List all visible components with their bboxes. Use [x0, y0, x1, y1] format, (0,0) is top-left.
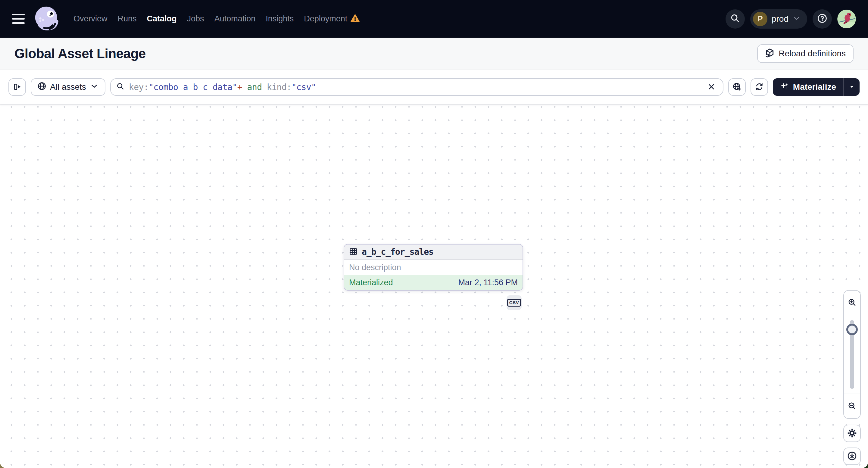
asset-node-header: a_b_c_for_sales: [344, 245, 523, 259]
csv-icon: CSV: [507, 299, 521, 307]
app-window: Overview Runs Catalog Jobs Automation In…: [0, 0, 868, 468]
nav-item-insights[interactable]: Insights: [266, 14, 293, 24]
asset-name: a_b_c_for_sales: [362, 247, 433, 257]
sparkle-icon: [780, 82, 789, 93]
asset-selection-query[interactable]: key:"combo_a_b_c_data"+ and kind:"csv": [129, 82, 701, 92]
asset-status-badge: Materialized: [349, 278, 393, 287]
nav-right-cluster: P prod: [725, 9, 856, 29]
globe-plus-icon: [733, 82, 742, 92]
top-nav: Overview Runs Catalog Jobs Automation In…: [0, 0, 868, 38]
help-button[interactable]: [813, 9, 832, 29]
search-icon: [116, 82, 125, 92]
nav-item-deployment[interactable]: Deployment: [304, 14, 347, 24]
asset-scope-dropdown[interactable]: All assets: [31, 78, 105, 96]
download-graph-button[interactable]: [843, 447, 861, 465]
view-full-graph-button[interactable]: [728, 78, 746, 96]
refresh-button[interactable]: [750, 78, 768, 96]
nav-item-runs[interactable]: Runs: [118, 14, 137, 24]
nav-item-overview[interactable]: Overview: [73, 14, 107, 24]
materialize-button[interactable]: Materialize: [773, 78, 843, 96]
nav-item-jobs[interactable]: Jobs: [187, 14, 204, 24]
lineage-toolbar: All assets key:"combo_a_b_c_data"+ and k…: [0, 70, 868, 104]
asset-node-body: No description: [344, 259, 523, 275]
nav-item-automation[interactable]: Automation: [214, 14, 256, 24]
global-search-button[interactable]: [725, 9, 745, 29]
page-title: Global Asset Lineage: [14, 46, 146, 61]
lineage-canvas[interactable]: a_b_c_for_sales No description Materiali…: [0, 104, 868, 468]
reload-definitions-label: Reload definitions: [779, 49, 846, 58]
primary-nav: Overview Runs Catalog Jobs Automation In…: [73, 13, 360, 24]
graph-settings-button[interactable]: [843, 425, 861, 442]
environment-avatar: P: [753, 12, 767, 26]
gear-icon: [847, 428, 857, 439]
reload-definitions-button[interactable]: Reload definitions: [757, 44, 854, 63]
zoom-out-icon: [847, 401, 857, 411]
zoom-controls: [843, 290, 861, 419]
chevron-down-icon: [793, 14, 801, 23]
asset-kind-tag-csv[interactable]: CSV: [506, 295, 522, 310]
asset-description: No description: [349, 263, 401, 272]
zoom-slider-thumb[interactable]: [846, 324, 858, 335]
zoom-out-button[interactable]: [844, 394, 860, 418]
menu-icon[interactable]: [12, 10, 29, 27]
zoom-in-icon: [847, 298, 857, 308]
zoom-in-button[interactable]: [844, 291, 860, 315]
asset-materialized-timestamp[interactable]: Mar 2, 11:56 PM: [458, 278, 518, 287]
nav-item-catalog[interactable]: Catalog: [147, 14, 177, 24]
globe-icon: [37, 82, 46, 93]
panel-expand-icon: [13, 82, 22, 92]
question-mark-icon: [817, 13, 827, 24]
close-icon: [707, 82, 716, 92]
search-icon: [730, 13, 740, 24]
user-avatar[interactable]: [837, 10, 856, 28]
table-icon: [349, 247, 358, 257]
download-icon: [847, 451, 857, 462]
materialize-options-button[interactable]: [844, 78, 860, 96]
asset-search-input[interactable]: key:"combo_a_b_c_data"+ and kind:"csv": [110, 78, 723, 96]
asset-node-a-b-c-for-sales[interactable]: a_b_c_for_sales No description Materiali…: [344, 244, 523, 291]
dagster-logo-icon: [33, 5, 61, 33]
environment-name: prod: [772, 14, 788, 24]
reload-cube-icon: [765, 48, 775, 60]
asset-node-status-bar: Materialized Mar 2, 11:56 PM: [344, 275, 523, 290]
asset-scope-label: All assets: [50, 82, 86, 92]
materialize-label: Materialize: [793, 82, 836, 92]
chevron-down-icon: [90, 82, 99, 93]
materialize-split-button: Materialize: [773, 78, 860, 96]
clear-query-button[interactable]: [705, 81, 717, 93]
page-header: Global Asset Lineage Reload definitions: [0, 38, 868, 70]
refresh-sync-icon: [755, 82, 764, 92]
caret-down-icon: [848, 83, 855, 91]
zoom-slider[interactable]: [844, 315, 860, 394]
open-sidebar-panel-button[interactable]: [8, 78, 26, 96]
warning-triangle-icon: [350, 13, 360, 24]
environment-switcher[interactable]: P prod: [750, 9, 807, 29]
